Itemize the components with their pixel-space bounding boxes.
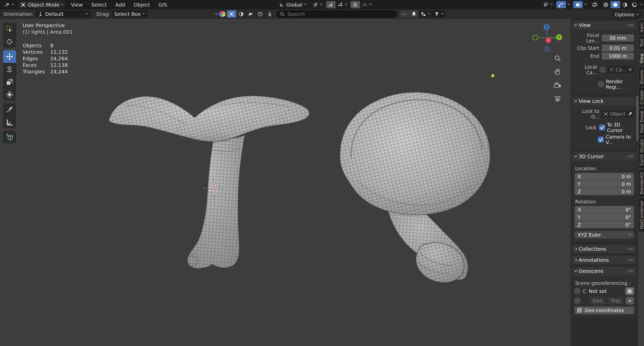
overlays-toggle[interactable] <box>573 1 583 8</box>
zoom-button[interactable] <box>553 53 563 63</box>
clear-x-icon[interactable] <box>628 68 632 71</box>
options-dropdown[interactable]: Options <box>611 10 642 19</box>
panel-grip-icon[interactable] <box>627 248 634 250</box>
blenderkit-collapse-chevron[interactable] <box>215 12 218 15</box>
shading-solid-button[interactable] <box>611 1 620 8</box>
panel-grip-icon[interactable] <box>627 24 634 26</box>
tool-rotate[interactable] <box>3 63 16 75</box>
cursor-rotation-z[interactable]: Z0° <box>575 221 634 228</box>
render-region-checkbox[interactable] <box>598 81 604 87</box>
panel-view-lock-header[interactable]: View Lock <box>572 97 636 105</box>
focal-length-field[interactable]: 50 mm <box>602 34 634 41</box>
drag-mode-dropdown[interactable]: Select Box <box>112 10 147 18</box>
navigation-gizmo[interactable]: Z Y X <box>529 21 567 56</box>
cursor-rotation-x[interactable]: X0° <box>575 206 634 213</box>
clip-start-field[interactable]: 0.01 m <box>602 45 634 52</box>
shading-rendered-button[interactable] <box>630 1 639 8</box>
pivot-point-dropdown[interactable] <box>310 1 325 8</box>
tool-measure[interactable] <box>3 116 16 128</box>
cursor-location-y[interactable]: Y0 m <box>575 180 634 188</box>
blenderkit-logo-icon[interactable] <box>219 11 225 17</box>
categories-dropdown[interactable] <box>419 10 432 18</box>
tab-view[interactable]: View <box>639 51 644 66</box>
panel-view-header[interactable]: View <box>572 21 636 29</box>
overlays-dropdown[interactable] <box>583 1 588 8</box>
tool-move[interactable] <box>3 50 16 63</box>
asset-search-box[interactable] <box>276 10 397 18</box>
panel-grip-icon[interactable] <box>627 259 634 261</box>
asset-type-scene-button[interactable] <box>246 10 255 18</box>
lock-object-field[interactable]: Object <box>602 110 634 117</box>
filter-dropdown[interactable] <box>432 10 445 18</box>
panel-geoscene-header[interactable]: Geoscene <box>572 267 636 275</box>
tab-matcombiner[interactable]: MatCombiner <box>639 198 644 232</box>
shading-wireframe-button[interactable] <box>601 1 611 8</box>
ortho-toggle-button[interactable] <box>553 94 563 104</box>
tab-item[interactable]: Item <box>639 20 644 35</box>
search-input[interactable] <box>288 11 383 17</box>
mode-dropdown[interactable]: Object Mode <box>18 1 66 8</box>
local-camera-field[interactable]: Ca... <box>608 66 634 73</box>
lock-to-cursor-checkbox[interactable] <box>599 124 605 131</box>
transform-orientation-dropdown[interactable]: Global <box>276 1 309 8</box>
tab-tool[interactable]: Tool <box>639 36 644 50</box>
tool-add-cube[interactable] <box>3 131 16 143</box>
snap-settings-dropdown[interactable] <box>336 1 349 8</box>
tool-cursor[interactable] <box>3 35 16 48</box>
crs-settings-button[interactable] <box>625 287 634 295</box>
eyedropper-icon[interactable] <box>628 112 632 116</box>
tab-blenderkit[interactable]: BlenderKit <box>639 169 644 197</box>
tab-create[interactable]: Create <box>639 88 644 107</box>
visibility-dropdown[interactable] <box>541 1 555 8</box>
panel-grip-icon[interactable] <box>627 270 634 272</box>
cursor-location-z[interactable]: Z0 m <box>575 188 634 195</box>
snap-toggle-button[interactable] <box>326 1 336 8</box>
orientation-default-dropdown[interactable]: Default <box>35 10 90 18</box>
tool-scale[interactable] <box>3 75 16 88</box>
menu-view[interactable]: View <box>67 1 86 8</box>
panel-grip-icon[interactable] <box>627 155 634 158</box>
geo-coordinates-button[interactable]: Geo-coordinates <box>575 307 634 314</box>
menu-add[interactable]: Add <box>112 1 129 8</box>
asset-type-hdr-button[interactable] <box>255 10 265 18</box>
cursor-location-x[interactable]: X0 m <box>575 173 634 180</box>
pan-button[interactable] <box>553 67 563 77</box>
geo-button[interactable]: Geo <box>590 297 605 304</box>
shading-dropdown-chevron[interactable] <box>640 3 643 5</box>
asset-type-material-button[interactable] <box>236 10 246 18</box>
gizmos-toggle[interactable] <box>556 1 566 8</box>
camera-to-view-checkbox[interactable] <box>598 137 604 143</box>
tab-earth-studio[interactable]: Earth Studio <box>639 137 644 168</box>
crs-radio[interactable] <box>575 288 580 294</box>
asset-type-model-button[interactable] <box>227 10 236 18</box>
menu-object[interactable]: Object <box>130 1 153 8</box>
cursor-rotation-y[interactable]: Y0° <box>575 213 634 221</box>
shading-material-button[interactable] <box>620 1 630 8</box>
proj-radio[interactable] <box>575 298 580 304</box>
tool-transform[interactable] <box>3 88 16 101</box>
tab-biosim[interactable]: Biosim <box>639 67 644 86</box>
menu-select[interactable]: Select <box>88 1 110 8</box>
local-camera-checkbox[interactable] <box>600 67 606 73</box>
sidebar-scrollbar[interactable] <box>636 96 638 141</box>
editor-type-button[interactable] <box>2 1 16 8</box>
tool-select-box[interactable] <box>3 23 16 35</box>
xray-toggle[interactable] <box>590 1 600 8</box>
camera-view-button[interactable] <box>553 80 563 91</box>
asset-type-brush-button[interactable] <box>265 10 275 18</box>
menu-gis[interactable]: GIS <box>155 1 171 8</box>
tool-annotate[interactable] <box>3 103 16 116</box>
panel-annotations-header[interactable]: Annotations <box>572 256 636 264</box>
add-crs-button[interactable]: + <box>626 297 634 305</box>
proportional-editing-toggle[interactable] <box>350 1 360 8</box>
asset-ratings-button[interactable] <box>400 10 409 18</box>
viewport-3d[interactable] <box>0 19 644 346</box>
bookmarks-button[interactable] <box>409 10 419 18</box>
tab-real-snow[interactable]: Real Snow <box>639 108 644 136</box>
gizmos-dropdown[interactable] <box>566 1 572 8</box>
panel-collections-header[interactable]: Collections <box>572 245 636 253</box>
proj-button[interactable]: Proj <box>608 297 623 304</box>
euler-order-dropdown[interactable]: XYZ Euler <box>575 231 634 239</box>
falloff-dropdown[interactable] <box>360 1 373 8</box>
panel-3d-cursor-header[interactable]: 3D Cursor <box>572 152 636 161</box>
